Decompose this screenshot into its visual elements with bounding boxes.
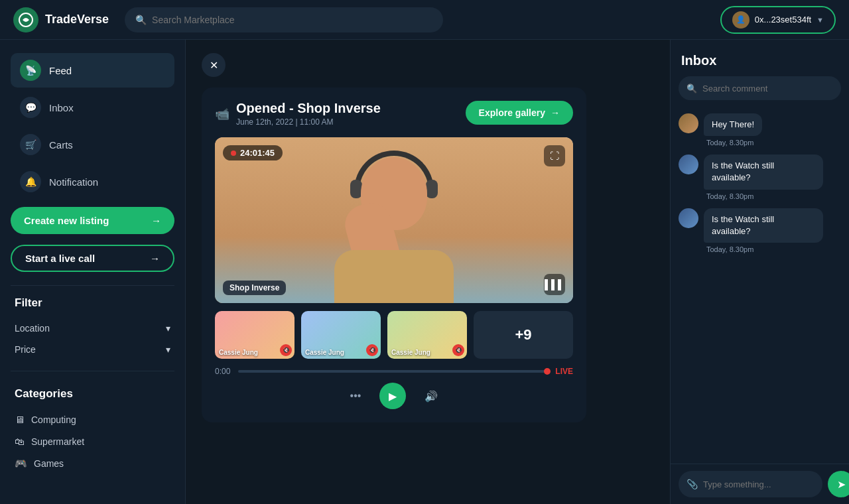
categories-section: Categories 🖥 Computing 🛍 Supermarket 🎮 G… bbox=[11, 387, 174, 475]
message-time: Today, 8.30pm bbox=[704, 139, 762, 147]
chevron-down-icon: ▾ bbox=[166, 344, 170, 355]
category-supermarket[interactable]: 🛍 Supermarket bbox=[15, 430, 170, 452]
categories-title: Categories bbox=[15, 387, 170, 401]
thumb-label: Cassie Jung bbox=[219, 349, 258, 356]
video-card-header: 📹 Opened - Shop Inverse June 12th, 2022 … bbox=[215, 101, 573, 127]
cat-label: Computing bbox=[31, 414, 76, 425]
live-call-label: Start a live call bbox=[25, 253, 95, 264]
dots-icon: ••• bbox=[350, 390, 361, 401]
inbox-panel: Inbox 🔍 Hey There! Today, 8.30pm Is t bbox=[670, 40, 849, 504]
category-computing[interactable]: 🖥 Computing bbox=[15, 409, 170, 430]
search-comment-input[interactable] bbox=[702, 84, 833, 94]
top-nav: TradeVerse 🔍 👤 0x...23set534ft ▼ bbox=[0, 0, 849, 40]
audio-wave-icon: ▌▌▌ bbox=[545, 279, 564, 290]
thumbnail-2[interactable]: Cassie Jung 🔇 bbox=[301, 311, 381, 359]
sidebar-item-inbox[interactable]: 💬 Inbox bbox=[11, 90, 174, 125]
filter-title: Filter bbox=[15, 296, 170, 310]
notification-icon: 🔔 bbox=[20, 171, 41, 192]
message-item: Is the Watch still available? Today, 8.3… bbox=[679, 208, 841, 253]
video-card: 📹 Opened - Shop Inverse June 12th, 2022 … bbox=[202, 88, 586, 422]
message-text: Hey There! bbox=[712, 119, 754, 129]
message-bubble: Is the Watch still available? bbox=[704, 155, 823, 189]
close-button[interactable]: ✕ bbox=[202, 53, 226, 77]
games-icon: 🎮 bbox=[15, 458, 27, 470]
thumbnails-row: Cassie Jung 🔇 Cassie Jung 🔇 Cassie Jung … bbox=[215, 311, 573, 359]
mute-icon: 🔇 bbox=[452, 344, 464, 356]
volume-icon: 🔊 bbox=[424, 391, 438, 402]
progress-track[interactable] bbox=[238, 370, 547, 373]
message-bubble: Is the Watch still available? bbox=[704, 208, 823, 243]
main-content: 📡 Feed 💬 Inbox 🛒 Carts 🔔 Notification Cr… bbox=[0, 40, 849, 504]
supermarket-icon: 🛍 bbox=[15, 436, 25, 447]
category-games[interactable]: 🎮 Games bbox=[15, 452, 170, 475]
video-controls-row: ••• ▶ 🔊 bbox=[215, 383, 573, 409]
arrow-right-icon: → bbox=[551, 107, 560, 118]
sidebar-item-feed[interactable]: 📡 Feed bbox=[11, 53, 174, 88]
filter-price-label: Price bbox=[15, 344, 36, 355]
inbox-search-bar[interactable]: 🔍 bbox=[679, 76, 841, 100]
computing-icon: 🖥 bbox=[15, 414, 25, 425]
shirt bbox=[334, 250, 454, 303]
filter-location-label: Location bbox=[15, 323, 50, 334]
message-item: Is the Watch still available? Today, 8.3… bbox=[679, 155, 841, 200]
attach-icon[interactable]: 📎 bbox=[686, 479, 698, 489]
time-start: 0:00 bbox=[215, 367, 230, 376]
audio-wave-button[interactable]: ▌▌▌ bbox=[544, 274, 565, 295]
message-time: Today, 8.30pm bbox=[704, 192, 823, 200]
video-title: Opened - Shop Inverse bbox=[236, 101, 381, 116]
mute-icon: 🔇 bbox=[280, 344, 292, 356]
app-name: TradeVerse bbox=[45, 13, 109, 27]
thumb-label: Cassie Jung bbox=[391, 349, 430, 356]
divider bbox=[11, 371, 174, 371]
cat-label: Supermarket bbox=[31, 436, 84, 447]
more-thumbnails[interactable]: +9 bbox=[474, 311, 573, 359]
sidebar-item-label: Notification bbox=[49, 176, 98, 188]
thumbnail-3[interactable]: Cassie Jung 🔇 bbox=[387, 311, 467, 359]
logo-wrap: TradeVerse bbox=[13, 7, 109, 32]
expand-button[interactable]: ⛶ bbox=[544, 145, 565, 166]
thumbnail-1[interactable]: Cassie Jung 🔇 bbox=[215, 311, 294, 359]
filter-price[interactable]: Price ▾ bbox=[15, 339, 170, 360]
sidebar-item-label: Feed bbox=[49, 65, 72, 76]
message-text: Is the Watch still available? bbox=[712, 214, 774, 236]
video-timer: 24:01:45 bbox=[223, 145, 283, 160]
sidebar-item-carts[interactable]: 🛒 Carts bbox=[11, 127, 174, 162]
sidebar-item-notification[interactable]: 🔔 Notification bbox=[11, 164, 174, 199]
arrow-right-icon: → bbox=[150, 253, 160, 264]
expand-icon: ⛶ bbox=[550, 151, 559, 161]
send-button[interactable]: ➤ bbox=[828, 471, 849, 497]
avatar bbox=[679, 113, 698, 133]
video-preview bbox=[215, 137, 573, 303]
sidebar-item-label: Carts bbox=[49, 139, 73, 151]
avatar bbox=[679, 208, 698, 228]
filter-location[interactable]: Location ▾ bbox=[15, 318, 170, 339]
video-progress-bar: 0:00 LIVE bbox=[215, 367, 573, 376]
wallet-button[interactable]: 👤 0x...23set534ft ▼ bbox=[720, 6, 836, 34]
search-bar[interactable]: 🔍 bbox=[125, 7, 443, 32]
message-time: Today, 8.30pm bbox=[704, 245, 823, 253]
volume-button[interactable]: 🔊 bbox=[419, 387, 443, 405]
mute-icon: 🔇 bbox=[366, 344, 378, 356]
message-item: Hey There! Today, 8.30pm bbox=[679, 113, 841, 147]
create-new-listing-button[interactable]: Create new listing → bbox=[11, 207, 174, 234]
nav-right: 👤 0x...23set534ft ▼ bbox=[720, 6, 836, 34]
play-button[interactable]: ▶ bbox=[379, 383, 406, 409]
logo-icon bbox=[13, 7, 38, 32]
search-input[interactable] bbox=[152, 15, 432, 25]
shop-badge: Shop Inverse bbox=[223, 281, 286, 295]
start-live-call-button[interactable]: Start a live call → bbox=[11, 245, 174, 272]
send-icon: ➤ bbox=[837, 478, 846, 491]
inbox-title: Inbox bbox=[671, 40, 849, 76]
message-input[interactable] bbox=[703, 479, 815, 489]
divider bbox=[11, 285, 174, 286]
more-options-button[interactable]: ••• bbox=[345, 387, 367, 405]
message-content: Is the Watch still available? Today, 8.3… bbox=[704, 208, 823, 253]
video-title-wrap: 📹 Opened - Shop Inverse June 12th, 2022 … bbox=[215, 101, 381, 127]
avatar: 👤 bbox=[732, 11, 750, 29]
progress-dot bbox=[544, 368, 551, 375]
more-count: +9 bbox=[515, 326, 531, 344]
feed-icon: 📡 bbox=[20, 60, 41, 81]
message-content: Hey There! Today, 8.30pm bbox=[704, 113, 762, 147]
message-input-wrap: 📎 bbox=[679, 471, 822, 497]
explore-gallery-button[interactable]: Explore gallery → bbox=[466, 101, 573, 125]
